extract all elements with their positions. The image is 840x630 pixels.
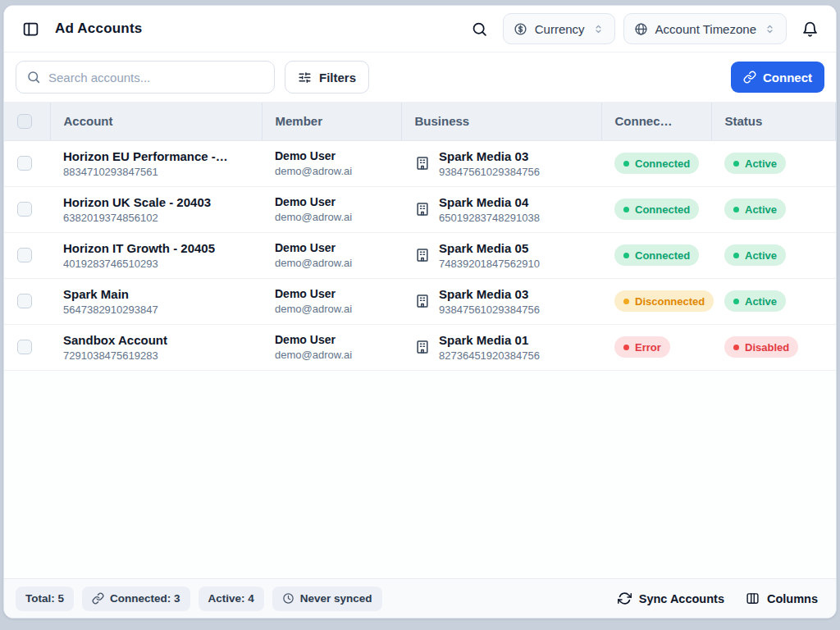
total-chip-label: Total: 5 xyxy=(25,592,64,605)
connection-cell: Disconnected xyxy=(601,278,711,324)
timezone-select-label: Account Timezone xyxy=(655,22,756,36)
accounts-table-body: Horizon EU Performance -… 88347102938475… xyxy=(4,140,836,370)
panel-left-icon xyxy=(22,21,39,38)
active-chip-label: Active: 4 xyxy=(208,592,254,605)
status-badge-label: Active xyxy=(745,295,777,308)
column-header-connection[interactable]: Connec… xyxy=(601,103,711,140)
badge-dot xyxy=(733,207,739,212)
table-row[interactable]: Horizon UK Scale - 20403 638201937485610… xyxy=(4,186,836,232)
badge-dot xyxy=(623,161,629,167)
globe-icon xyxy=(634,22,648,36)
row-checkbox[interactable] xyxy=(17,156,32,171)
status-badge: Active xyxy=(724,199,786,220)
connect-button[interactable]: Connect xyxy=(731,62,824,93)
notifications-button[interactable] xyxy=(795,14,824,43)
currency-icon xyxy=(514,22,527,36)
sync-accounts-button[interactable]: Sync Accounts xyxy=(611,587,731,610)
column-header-connection-label: Connec… xyxy=(615,114,673,128)
refresh-icon xyxy=(618,591,632,605)
member-name: Demo User xyxy=(275,287,388,300)
status-badge-label: Active xyxy=(745,158,777,170)
chevron-updown-icon xyxy=(764,23,776,35)
ad-accounts-app: Ad Accounts Currency Account Timezone Fi… xyxy=(3,5,837,619)
member-cell: Demo User demo@adrow.ai xyxy=(262,140,401,186)
account-id: 4019283746510293 xyxy=(63,258,249,270)
business-cell: Spark Media 04 65019283748291038 xyxy=(401,186,601,232)
business-id: 82736451920384756 xyxy=(439,349,540,362)
row-checkbox[interactable] xyxy=(17,340,32,354)
member-email: demo@adrow.ai xyxy=(275,165,388,177)
total-chip: Total: 5 xyxy=(16,587,74,611)
account-id: 5647382910293847 xyxy=(63,304,249,316)
currency-select[interactable]: Currency xyxy=(503,13,615,44)
clock-icon xyxy=(282,592,294,605)
business-name: Spark Media 05 xyxy=(439,241,540,255)
timezone-select[interactable]: Account Timezone xyxy=(623,13,787,44)
search-icon xyxy=(471,21,488,38)
member-name: Demo User xyxy=(275,333,388,346)
column-header-member[interactable]: Member xyxy=(262,103,401,140)
status-badge: Active xyxy=(724,290,786,312)
connection-badge-label: Error xyxy=(635,341,661,354)
column-header-status-label: Status xyxy=(725,114,763,128)
building-icon xyxy=(414,247,431,263)
business-cell: Spark Media 03 93847561029384756 xyxy=(401,140,601,186)
account-name: Horizon UK Scale - 20403 xyxy=(63,195,249,209)
member-cell: Demo User demo@adrow.ai xyxy=(262,324,401,370)
column-header-account[interactable]: Account xyxy=(50,103,262,140)
chevron-updown-icon xyxy=(592,23,605,35)
topbar: Ad Accounts Currency Account Timezone xyxy=(4,6,836,52)
account-id: 6382019374856102 xyxy=(63,212,249,224)
row-checkbox-cell xyxy=(4,324,50,370)
connect-button-label: Connect xyxy=(763,71,812,84)
row-checkbox[interactable] xyxy=(17,294,32,308)
member-name: Demo User xyxy=(275,241,388,254)
select-all-checkbox[interactable] xyxy=(17,114,32,129)
column-header-status[interactable]: Status xyxy=(711,103,836,140)
active-chip: Active: 4 xyxy=(199,587,264,611)
column-header-account-label: Account xyxy=(64,114,113,128)
status-badge-label: Active xyxy=(745,249,777,262)
row-checkbox-cell xyxy=(4,278,50,324)
account-name: Horizon EU Performance -… xyxy=(63,149,249,163)
status-cell: Active xyxy=(711,140,836,186)
filters-button[interactable]: Filters xyxy=(285,61,369,94)
row-checkbox[interactable] xyxy=(17,202,32,217)
building-icon xyxy=(414,201,431,217)
accounts-search-input[interactable] xyxy=(48,71,264,84)
accounts-table-container: Account Member Business Connec… Status H… xyxy=(4,103,836,578)
connection-cell: Error xyxy=(601,324,711,370)
table-row[interactable]: Horizon IT Growth - 20405 40192837465102… xyxy=(4,232,836,278)
sidebar-toggle-button[interactable] xyxy=(16,14,45,43)
row-checkbox-cell xyxy=(4,140,50,186)
member-email: demo@adrow.ai xyxy=(275,303,388,315)
business-name: Spark Media 01 xyxy=(439,333,540,347)
account-cell: Horizon EU Performance -… 88347102938475… xyxy=(50,140,262,186)
column-header-business[interactable]: Business xyxy=(401,103,601,140)
business-name: Spark Media 03 xyxy=(439,287,540,301)
business-name: Spark Media 03 xyxy=(439,149,540,163)
member-email: demo@adrow.ai xyxy=(275,211,388,223)
account-name: Horizon IT Growth - 20405 xyxy=(63,241,249,255)
table-row[interactable]: Spark Main 5647382910293847 Demo User de… xyxy=(4,278,836,324)
currency-select-label: Currency xyxy=(535,22,585,36)
row-checkbox-cell xyxy=(4,232,50,278)
accounts-table: Account Member Business Connec… Status H… xyxy=(4,103,836,371)
member-cell: Demo User demo@adrow.ai xyxy=(262,232,401,278)
connection-badge: Disconnected xyxy=(614,290,714,312)
table-row[interactable]: Horizon EU Performance -… 88347102938475… xyxy=(4,140,836,186)
status-bar: Total: 5 Connected: 3 Active: 4 Never sy… xyxy=(4,578,836,618)
columns-button[interactable]: Columns xyxy=(739,587,824,610)
global-search-button[interactable] xyxy=(465,14,495,43)
account-name: Sandbox Account xyxy=(63,333,249,347)
row-checkbox[interactable] xyxy=(17,248,32,262)
member-name: Demo User xyxy=(275,195,388,208)
table-row[interactable]: Sandbox Account 7291038475619283 Demo Us… xyxy=(4,324,836,370)
business-id: 74839201847562910 xyxy=(439,258,540,270)
connection-badge: Connected xyxy=(614,199,699,220)
row-checkbox-cell xyxy=(4,186,50,232)
account-cell: Sandbox Account 7291038475619283 xyxy=(50,324,262,370)
badge-dot xyxy=(623,299,629,304)
member-cell: Demo User demo@adrow.ai xyxy=(262,278,401,324)
filters-button-label: Filters xyxy=(319,71,356,84)
